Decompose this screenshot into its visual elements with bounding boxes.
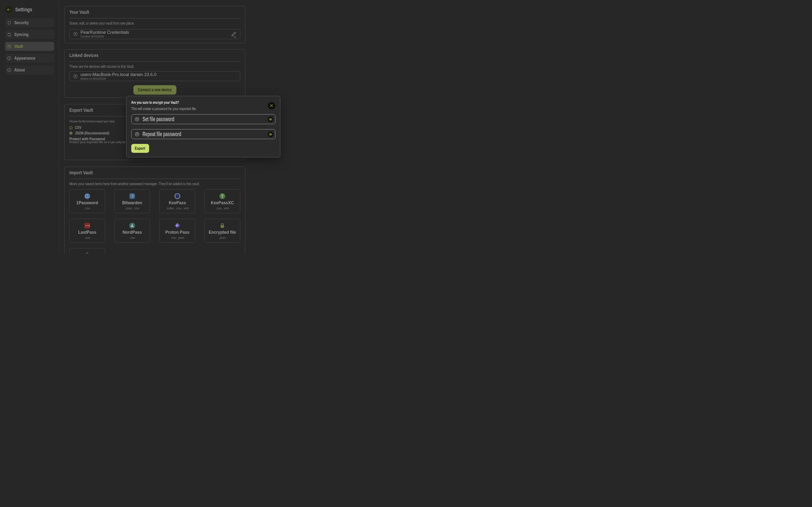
import-tile-lastpass[interactable]: LastPass .csv — [69, 219, 105, 243]
arrow-left-icon — [7, 8, 11, 12]
your-vault-title: Your Vault — [69, 9, 89, 15]
import-tile-name: Proton Pass — [161, 230, 193, 235]
sidebar-header: Settings — [5, 6, 36, 13]
encrypt-vault-modal: Are you sure to encrypt your Vault? This… — [126, 96, 280, 157]
set-file-password-input[interactable]: Set file password — [131, 114, 275, 124]
modal-title: Are you sure to encrypt your Vault? — [131, 100, 179, 105]
settings-nav: Security Syncing Vault Appearance About — [5, 18, 54, 77]
import-vault-card: Import Vault Move your saved items here … — [64, 167, 245, 253]
import-vault-title: Import Vault — [69, 170, 93, 175]
import-tile-name: Encrypted file — [206, 230, 238, 235]
key-circle-icon — [135, 132, 139, 136]
sidebar-item-label: Vault — [14, 44, 23, 49]
import-tile-encrypted-file[interactable]: Encrypted file .json — [204, 219, 240, 243]
sidebar-item-appearance[interactable]: Appearance — [5, 54, 54, 63]
import-tile-bitwarden[interactable]: Bitwarden .json, .csv — [114, 189, 150, 213]
format-label: CSV — [75, 125, 82, 130]
import-vault-description: Move your saved items here from another … — [69, 181, 200, 186]
import-tile-name: KeePass — [161, 200, 193, 206]
divider — [69, 179, 240, 179]
format-radio-csv[interactable]: CSV — [69, 125, 83, 130]
import-tile-formats: .csv, .xml — [205, 206, 240, 210]
import-tile-name: LastPass — [71, 230, 103, 235]
toggle-password-visibility-button[interactable] — [268, 131, 273, 137]
palette-icon — [7, 56, 11, 60]
linked-devices-card: Linked devices These are the devices wit… — [64, 49, 245, 98]
close-x-icon — [270, 104, 273, 107]
sidebar-item-syncing[interactable]: Syncing — [5, 30, 54, 39]
vault-created: Created 02/03/2026 — [81, 35, 129, 38]
bitwarden-icon — [129, 193, 135, 199]
format-label: JSON (Recommended) — [75, 131, 109, 135]
set-file-password-placeholder: Set file password — [143, 116, 174, 123]
protonpass-icon — [174, 223, 180, 229]
export-vault-description: Choose the file format to export your Va… — [69, 120, 115, 123]
device-added: Added on 02/03/2026 — [81, 77, 156, 80]
import-tile-name: 1Password — [71, 200, 103, 206]
import-tile-partial[interactable] — [69, 248, 105, 253]
import-tile-name: NordPass — [116, 230, 148, 235]
eye-icon — [269, 132, 272, 136]
key-circle-icon — [73, 32, 78, 36]
sidebar-item-vault[interactable]: Vault — [5, 42, 54, 51]
key-circle-icon — [135, 117, 139, 121]
vault-key-icon — [7, 44, 11, 49]
device-name: users-MacBook-Pro.local darwin 23.6.0 — [81, 72, 156, 77]
import-tile-name: KeePassXC — [206, 200, 238, 206]
eye-icon — [269, 118, 272, 121]
nordpass-icon — [129, 223, 135, 229]
repeat-file-password-input[interactable]: Repeat file password — [131, 129, 275, 139]
sync-icon — [7, 32, 11, 37]
sidebar-item-label: Security — [14, 20, 29, 25]
format-radio-json[interactable]: JSON (Recommended) — [69, 131, 117, 135]
radio-unselected-icon — [69, 126, 72, 129]
your-vault-card: Your Vault Share, edit, or delete your v… — [64, 6, 245, 43]
linked-devices-description: These are the devices with access to thi… — [69, 64, 134, 69]
keepassxc-icon — [219, 193, 225, 199]
import-tile-keepass[interactable]: KeePass .kdbx, .csv, .xml — [159, 189, 195, 213]
modal-subtitle: This will create a password for your exp… — [131, 107, 197, 111]
import-sources-grid: 1Password .csv Bitwarden .json, .csv Kee… — [69, 189, 240, 253]
info-icon — [7, 68, 11, 72]
connect-new-device-button[interactable]: Connect a new device — [134, 85, 176, 95]
your-vault-description: Share, edit, or delete your vault from o… — [69, 21, 135, 26]
radio-selected-icon — [69, 131, 72, 135]
shield-icon — [7, 20, 11, 25]
repeat-file-password-placeholder: Repeat file password — [143, 131, 181, 137]
protect-with-password-description: Protect your exported file so it can onl… — [69, 140, 126, 144]
settings-sidebar: Settings Security Syncing Vault Appearan… — [0, 0, 59, 253]
import-tile-formats: .csv — [70, 236, 104, 240]
vault-row[interactable]: PearRuntime Credentials Created 02/03/20… — [69, 29, 240, 39]
import-tile-formats: .json — [205, 236, 240, 240]
import-tile-keepassxc[interactable]: KeePassXC .csv, .xml — [204, 189, 240, 213]
export-button[interactable]: Export — [131, 144, 149, 153]
divider — [69, 18, 240, 18]
lastpass-icon — [84, 223, 90, 229]
keepass-icon — [174, 193, 180, 199]
sidebar-item-label: Appearance — [14, 56, 35, 61]
import-tile-formats: .csv, .json — [160, 236, 195, 240]
encrypted-file-icon — [219, 223, 225, 229]
modal-close-button[interactable] — [268, 102, 275, 110]
key-circle-icon — [73, 74, 78, 78]
edit-pencil-icon[interactable] — [231, 31, 237, 38]
import-tile-formats: .csv — [115, 236, 149, 240]
device-row[interactable]: users-MacBook-Pro.local darwin 23.6.0 Ad… — [69, 71, 240, 81]
back-button[interactable] — [5, 6, 12, 13]
import-tile-nordpass[interactable]: NordPass .csv — [114, 219, 150, 243]
sidebar-item-label: Syncing — [14, 32, 29, 37]
encrypted-file-icon — [84, 252, 90, 253]
import-tile-name: Bitwarden — [116, 200, 148, 206]
linked-devices-title: Linked devices — [69, 52, 98, 58]
1password-icon — [84, 193, 90, 199]
export-vault-title: Export Vault — [69, 107, 93, 113]
sidebar-item-about[interactable]: About — [5, 65, 54, 74]
import-tile-protonpass[interactable]: Proton Pass .csv, .json — [159, 219, 195, 243]
vault-name: PearRuntime Credentials — [81, 30, 129, 35]
toggle-password-visibility-button[interactable] — [268, 117, 273, 122]
divider — [69, 61, 240, 62]
import-tile-formats: .kdbx, .csv, .xml — [160, 206, 195, 210]
sidebar-title: Settings — [15, 6, 32, 13]
sidebar-item-security[interactable]: Security — [5, 18, 54, 27]
import-tile-1password[interactable]: 1Password .csv — [69, 189, 105, 213]
